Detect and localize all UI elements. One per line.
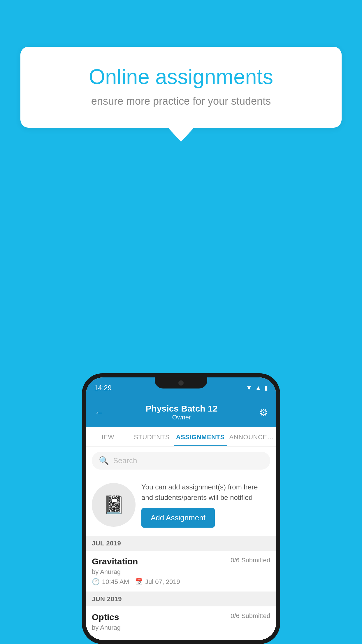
tabs-bar: IEW STUDENTS ASSIGNMENTS ANNOUNCE… (86, 427, 276, 447)
assignment-time: 🕐 10:45 AM (92, 578, 129, 586)
time-value: 10:45 AM (102, 578, 129, 586)
signal-icon: ▲ (255, 384, 261, 392)
status-time: 14:29 (94, 384, 112, 392)
phone-wrapper: 14:29 ▼ ▲ ▮ ← Physics Batch 12 Owner ⚙ (82, 373, 280, 644)
status-icons: ▼ ▲ ▮ (246, 384, 268, 392)
speech-bubble-area: Online assignments ensure more practice … (20, 47, 342, 128)
promo-text-area: You can add assignment(s) from here and … (141, 482, 270, 528)
search-input[interactable]: Search (113, 456, 137, 465)
assignment-top-row: Gravitation 0/6 Submitted (92, 556, 270, 566)
batch-owner: Owner (146, 414, 218, 421)
header-center: Physics Batch 12 Owner (146, 404, 218, 421)
date-value: Jul 07, 2019 (145, 578, 180, 586)
assignment-date: 📅 Jul 07, 2019 (135, 578, 180, 586)
assignment-author: by Anurag (92, 568, 270, 576)
calendar-icon: 📅 (135, 578, 143, 586)
search-bar-wrap: 🔍 Search (86, 447, 276, 475)
assignment-name-optics: Optics (92, 612, 119, 622)
search-icon: 🔍 (99, 456, 109, 466)
phone-frame: 14:29 ▼ ▲ ▮ ← Physics Batch 12 Owner ⚙ (82, 373, 280, 644)
phone-screen: 14:29 ▼ ▲ ▮ ← Physics Batch 12 Owner ⚙ (86, 377, 276, 640)
tab-iew[interactable]: IEW (86, 427, 130, 446)
search-bar[interactable]: 🔍 Search (92, 452, 270, 470)
section-jul-2019: JUL 2019 (86, 536, 276, 551)
assignment-author-optics: by Anurag (92, 624, 270, 631)
promo-icon-circle: 📓 (92, 483, 136, 527)
assignment-submitted-optics: 0/6 Submitted (231, 612, 270, 620)
assignment-submitted: 0/6 Submitted (231, 556, 270, 564)
bubble-title: Online assignments (41, 64, 321, 89)
promo-section: 📓 You can add assignment(s) from here an… (86, 475, 276, 536)
tab-students[interactable]: STUDENTS (130, 427, 173, 446)
app-header: ← Physics Batch 12 Owner ⚙ (86, 398, 276, 427)
tab-assignments[interactable]: ASSIGNMENTS (174, 427, 227, 446)
settings-icon[interactable]: ⚙ (259, 407, 268, 418)
promo-description: You can add assignment(s) from here and … (141, 482, 270, 503)
status-bar: 14:29 ▼ ▲ ▮ (86, 377, 276, 398)
add-assignment-button[interactable]: Add Assignment (141, 508, 215, 528)
assignment-gravitation[interactable]: Gravitation 0/6 Submitted by Anurag 🕐 10… (86, 551, 276, 592)
assignment-meta: 🕐 10:45 AM 📅 Jul 07, 2019 (92, 578, 270, 586)
speech-bubble: Online assignments ensure more practice … (20, 47, 342, 128)
tab-announcements[interactable]: ANNOUNCE… (227, 427, 276, 446)
battery-icon: ▮ (264, 384, 268, 392)
clock-icon: 🕐 (92, 578, 100, 586)
batch-title: Physics Batch 12 (146, 404, 218, 414)
notebook-icon: 📓 (103, 494, 125, 515)
assignment-optics[interactable]: Optics 0/6 Submitted by Anurag (86, 606, 276, 640)
wifi-icon: ▼ (246, 384, 252, 392)
assignment-name: Gravitation (92, 556, 138, 566)
back-button[interactable]: ← (94, 407, 104, 418)
camera (178, 380, 184, 386)
section-jun-2019: JUN 2019 (86, 592, 276, 606)
assignment-top-row-optics: Optics 0/6 Submitted (92, 612, 270, 622)
screen-content: 🔍 Search 📓 You can add assignment(s) fro… (86, 447, 276, 640)
bubble-subtitle: ensure more practice for your students (41, 95, 321, 107)
notch (155, 377, 207, 388)
